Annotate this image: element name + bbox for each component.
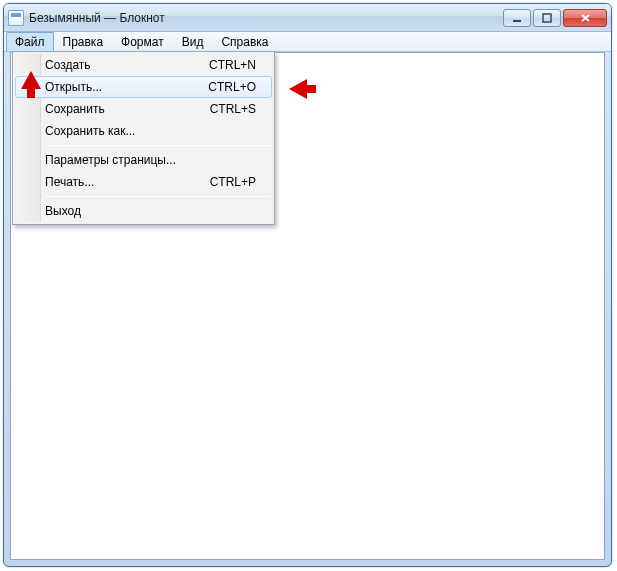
minimize-button[interactable] <box>503 9 531 27</box>
menu-edit[interactable]: Правка <box>54 32 113 51</box>
menu-item-print[interactable]: Печать... CTRL+P <box>15 171 272 193</box>
menu-item-shortcut: CTRL+P <box>210 175 256 189</box>
menu-format-label: Формат <box>121 35 164 49</box>
menu-format[interactable]: Формат <box>112 32 173 51</box>
menu-item-label: Создать <box>45 58 209 72</box>
menu-help-label: Справка <box>221 35 268 49</box>
menu-separator <box>45 145 270 146</box>
window-controls <box>503 9 607 27</box>
menu-file[interactable]: Файл <box>6 32 54 51</box>
menu-item-label: Открыть... <box>45 80 208 94</box>
menu-view[interactable]: Вид <box>173 32 213 51</box>
menu-item-save[interactable]: Сохранить CTRL+S <box>15 98 272 120</box>
annotation-arrow-up-icon <box>21 71 41 89</box>
menu-item-shortcut: CTRL+N <box>209 58 256 72</box>
annotation-arrow-left-icon <box>289 79 307 99</box>
menu-separator <box>45 196 270 197</box>
file-menu-dropdown: Создать CTRL+N Открыть... CTRL+O Сохрани… <box>12 51 275 225</box>
menu-item-exit[interactable]: Выход <box>15 200 272 222</box>
menu-item-label: Печать... <box>45 175 210 189</box>
window-title: Безымянный — Блокнот <box>29 11 165 25</box>
menu-item-shortcut: CTRL+S <box>210 102 256 116</box>
menu-item-open[interactable]: Открыть... CTRL+O <box>15 76 272 98</box>
maximize-button[interactable] <box>533 9 561 27</box>
menu-edit-label: Правка <box>63 35 104 49</box>
menubar: Файл Правка Формат Вид Справка <box>4 32 611 52</box>
menu-item-label: Сохранить <box>45 102 210 116</box>
titlebar[interactable]: Безымянный — Блокнот <box>4 4 611 32</box>
close-button[interactable] <box>563 9 607 27</box>
menu-item-label: Параметры страницы... <box>45 153 256 167</box>
menu-file-label: Файл <box>15 35 45 49</box>
menu-item-new[interactable]: Создать CTRL+N <box>15 54 272 76</box>
menu-item-label: Выход <box>45 204 256 218</box>
menu-item-shortcut: CTRL+O <box>208 80 256 94</box>
menu-item-page-setup[interactable]: Параметры страницы... <box>15 149 272 171</box>
svg-rect-1 <box>543 14 551 22</box>
menu-help[interactable]: Справка <box>212 32 277 51</box>
svg-rect-0 <box>513 20 521 22</box>
menu-item-label: Сохранить как... <box>45 124 256 138</box>
menu-view-label: Вид <box>182 35 204 49</box>
notepad-icon <box>8 10 24 26</box>
menu-item-save-as[interactable]: Сохранить как... <box>15 120 272 142</box>
